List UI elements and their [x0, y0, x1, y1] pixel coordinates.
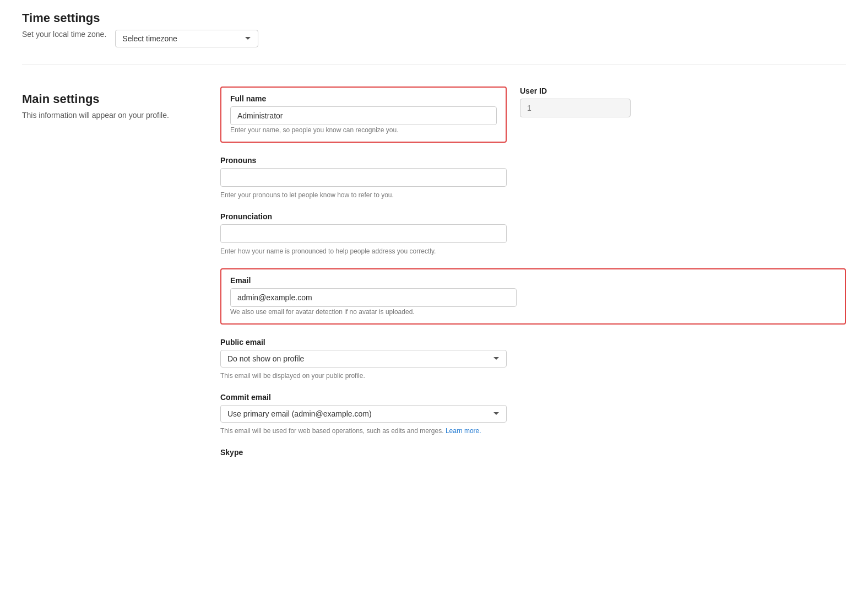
- skype-group: Skype: [220, 448, 846, 457]
- timezone-select[interactable]: Select timezone UTC US/Eastern US/Pacifi…: [115, 30, 258, 47]
- pronunciation-label: Pronunciation: [220, 212, 846, 221]
- time-settings-title: Time settings: [22, 11, 846, 25]
- full-name-input[interactable]: [230, 106, 497, 125]
- main-settings-right: Full name Enter your name, so people you…: [220, 87, 846, 457]
- commit-email-hint-text: This email will be used for web based op…: [220, 427, 446, 435]
- main-settings-section: Main settings This information will appe…: [22, 87, 846, 457]
- public-email-hint: This email will be displayed on your pub…: [220, 372, 846, 380]
- commit-email-label: Commit email: [220, 393, 846, 402]
- main-settings-title: Main settings: [22, 92, 187, 106]
- page-container: Time settings Set your local time zone. …: [0, 0, 868, 479]
- pronouns-group: Pronouns Enter your pronouns to let peop…: [220, 156, 846, 199]
- time-settings-section: Time settings Set your local time zone. …: [22, 11, 846, 64]
- main-settings-left: Main settings This information will appe…: [22, 87, 187, 457]
- pronouns-label: Pronouns: [220, 156, 846, 165]
- commit-email-group: Commit email Use primary email (admin@ex…: [220, 393, 846, 435]
- pronouns-input[interactable]: [220, 168, 507, 187]
- public-email-select[interactable]: Do not show on profile admin@example.com: [220, 350, 507, 368]
- public-email-group: Public email Do not show on profile admi…: [220, 338, 846, 380]
- top-fields-row: Full name Enter your name, so people you…: [220, 87, 846, 143]
- timezone-row: Set your local time zone. Select timezon…: [22, 30, 846, 47]
- commit-email-hint: This email will be used for web based op…: [220, 427, 846, 435]
- user-id-label: User ID: [520, 87, 631, 95]
- commit-email-select[interactable]: Use primary email (admin@example.com) ad…: [220, 405, 507, 423]
- email-input[interactable]: [230, 288, 517, 307]
- email-label: Email: [230, 276, 836, 285]
- user-id-input: [520, 99, 631, 117]
- email-group: Email We also use email for avatar detec…: [220, 268, 846, 325]
- pronunciation-input[interactable]: [220, 224, 507, 243]
- commit-email-learn-more-link[interactable]: Learn more.: [446, 427, 481, 435]
- main-settings-description: This information will appear on your pro…: [22, 111, 187, 120]
- public-email-label: Public email: [220, 338, 846, 347]
- pronunciation-group: Pronunciation Enter how your name is pro…: [220, 212, 846, 255]
- full-name-label: Full name: [230, 94, 497, 103]
- email-hint: We also use email for avatar detection i…: [230, 308, 836, 316]
- user-id-group: User ID: [520, 87, 631, 117]
- full-name-group: Full name Enter your name, so people you…: [220, 87, 507, 143]
- pronouns-hint: Enter your pronouns to let people know h…: [220, 191, 846, 199]
- pronunciation-hint: Enter how your name is pronounced to hel…: [220, 247, 846, 255]
- timezone-description: Set your local time zone.: [22, 30, 106, 39]
- full-name-hint: Enter your name, so people you know can …: [230, 126, 497, 134]
- skype-label: Skype: [220, 448, 846, 457]
